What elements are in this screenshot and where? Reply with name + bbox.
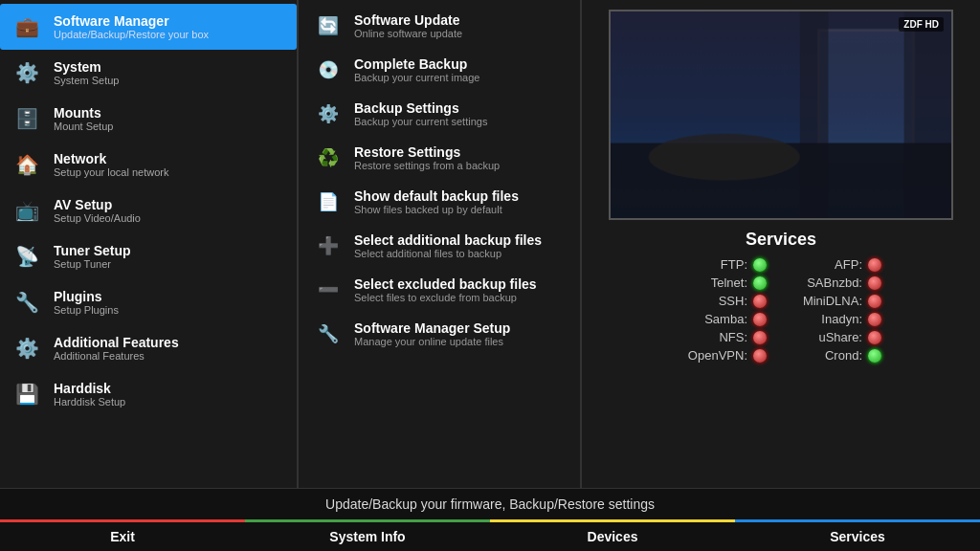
sidebar-subtitle-network: Setup your local network xyxy=(54,166,168,178)
service-label: MiniDLNA: xyxy=(795,294,862,308)
services-col-right: AFP: SABnzbd: MiniDLNA: Inadyn: uShare: … xyxy=(795,257,881,363)
menu-icon-software-manager-setup: 🔧 xyxy=(312,318,345,350)
service-dot-red xyxy=(868,276,881,290)
menu-subtitle-software-update: Online software update xyxy=(354,28,462,39)
video-thumbnail: ZDF HD xyxy=(609,10,953,220)
menu-text-select-additional-backup: Select additional backup files Select ad… xyxy=(354,232,542,259)
menu-text-software-update: Software Update Online software update xyxy=(354,12,462,39)
sidebar-item-software-manager[interactable]: 💼 Software Manager Update/Backup/Restore… xyxy=(0,4,297,50)
sidebar-item-system[interactable]: ⚙️ System System Setup xyxy=(0,50,297,96)
service-label: FTP: xyxy=(680,257,747,272)
sidebar-subtitle-system: System Setup xyxy=(54,75,119,86)
sidebar-text-additional-features: Additional Features Additional Features xyxy=(54,335,179,362)
sidebar-item-network[interactable]: 🏠 Network Setup your local network xyxy=(0,142,297,187)
service-label: Crond: xyxy=(795,348,862,363)
menu-item-software-manager-setup[interactable]: 🔧 Software Manager Setup Manage your onl… xyxy=(304,312,572,356)
sidebar-item-av-setup[interactable]: 📺 AV Setup Setup Video/Audio xyxy=(0,187,297,233)
sidebar-text-mounts: Mounts Mount Setup xyxy=(54,105,113,132)
service-label: Telnet: xyxy=(680,276,747,290)
bottom-btn-devices[interactable]: Devices xyxy=(490,519,735,551)
bottom-bar: Update/Backup your firmware, Backup/Rest… xyxy=(0,488,980,551)
sidebar-item-additional-features[interactable]: ⚙️ Additional Features Additional Featur… xyxy=(0,325,297,371)
sidebar-text-software-manager: Software Manager Update/Backup/Restore y… xyxy=(54,13,209,40)
sidebar-subtitle-additional-features: Additional Features xyxy=(54,350,179,362)
service-dot-red xyxy=(753,313,767,326)
service-row-afp: AFP: xyxy=(795,257,881,272)
menu-item-select-additional-backup[interactable]: ➕ Select additional backup files Select … xyxy=(304,224,572,268)
service-label: Inadyn: xyxy=(795,312,862,326)
services-grid: FTP: Telnet: SSH: Samba: NFS: OpenVPN: A… xyxy=(582,257,980,363)
sidebar-subtitle-av-setup: Setup Video/Audio xyxy=(54,212,141,224)
service-dot-red xyxy=(868,313,881,326)
service-dot-green xyxy=(753,276,767,290)
service-row-telnet: Telnet: xyxy=(680,276,767,290)
menu-title-select-additional-backup: Select additional backup files xyxy=(354,232,542,248)
menu-title-software-update: Software Update xyxy=(354,12,462,28)
service-label: NFS: xyxy=(680,330,747,344)
menu-item-software-update[interactable]: 🔄 Software Update Online software update xyxy=(304,4,572,48)
menu-text-complete-backup: Complete Backup Backup your current imag… xyxy=(354,56,479,83)
bottom-btn-system-info[interactable]: System Info xyxy=(245,519,490,551)
bottom-btn-services[interactable]: Services xyxy=(735,519,980,551)
menu-title-restore-settings: Restore Settings xyxy=(354,144,500,160)
sidebar-text-tuner-setup: Tuner Setup Setup Tuner xyxy=(54,243,131,270)
menu-text-select-excluded-backup: Select excluded backup files Select file… xyxy=(354,276,537,303)
sidebar-item-mounts[interactable]: 🗄️ Mounts Mount Setup xyxy=(0,96,297,142)
services-section: Services FTP: Telnet: SSH: Samba: NFS: O… xyxy=(582,230,980,363)
divider-left xyxy=(297,0,299,488)
menu-item-show-default-backup[interactable]: 📄 Show default backup files Show files b… xyxy=(304,180,572,224)
services-title: Services xyxy=(582,230,980,250)
menu-icon-backup-settings: ⚙️ xyxy=(312,98,345,130)
service-row-sabnzbd: SABnzbd: xyxy=(795,276,881,290)
menu-item-restore-settings[interactable]: ♻️ Restore Settings Restore settings fro… xyxy=(304,136,572,180)
sidebar-title-plugins: Plugins xyxy=(54,289,119,304)
center-menu: 🔄 Software Update Online software update… xyxy=(304,0,572,488)
sidebar-icon-mounts: 🗄️ xyxy=(10,101,44,136)
service-dot-red xyxy=(868,258,881,272)
sidebar-text-harddisk: Harddisk Harddisk Setup xyxy=(54,381,125,408)
menu-text-show-default-backup: Show default backup files Show files bac… xyxy=(354,188,519,215)
service-row-minidlna: MiniDLNA: xyxy=(795,294,881,308)
service-row-crond: Crond: xyxy=(795,348,881,363)
menu-subtitle-show-default-backup: Show files backed up by default xyxy=(354,204,519,215)
sidebar-item-tuner-setup[interactable]: 📡 Tuner Setup Setup Tuner xyxy=(0,233,297,279)
menu-title-software-manager-setup: Software Manager Setup xyxy=(354,320,510,336)
menu-title-select-excluded-backup: Select excluded backup files xyxy=(354,276,537,292)
service-row-openvpn: OpenVPN: xyxy=(680,348,767,363)
menu-text-backup-settings: Backup Settings Backup your current sett… xyxy=(354,100,487,127)
service-label: Samba: xyxy=(680,312,747,326)
menu-title-backup-settings: Backup Settings xyxy=(354,100,487,116)
menu-item-select-excluded-backup[interactable]: ➖ Select excluded backup files Select fi… xyxy=(304,268,572,312)
menu-item-complete-backup[interactable]: 💿 Complete Backup Backup your current im… xyxy=(304,48,572,92)
service-label: SABnzbd: xyxy=(795,276,862,290)
service-label: uShare: xyxy=(795,330,862,344)
sidebar-item-harddisk[interactable]: 💾 Harddisk Harddisk Setup xyxy=(0,371,297,417)
service-dot-red xyxy=(868,295,881,308)
service-dot-red xyxy=(753,349,767,363)
sidebar-title-network: Network xyxy=(54,151,168,166)
service-dot-red xyxy=(753,331,767,344)
sidebar-text-network: Network Setup your local network xyxy=(54,151,168,178)
sidebar-icon-system: ⚙️ xyxy=(10,55,44,90)
service-label: SSH: xyxy=(680,294,747,308)
sidebar-icon-tuner-setup: 📡 xyxy=(10,239,44,274)
service-label: AFP: xyxy=(795,257,862,272)
sidebar-title-tuner-setup: Tuner Setup xyxy=(54,243,131,258)
menu-icon-select-additional-backup: ➕ xyxy=(312,230,345,262)
sidebar-item-plugins[interactable]: 🔧 Plugins Setup Plugins xyxy=(0,279,297,325)
menu-icon-show-default-backup: 📄 xyxy=(312,186,345,218)
service-dot-red xyxy=(753,295,767,308)
bottom-btn-exit[interactable]: Exit xyxy=(0,519,245,551)
sidebar-title-additional-features: Additional Features xyxy=(54,335,179,350)
menu-item-backup-settings[interactable]: ⚙️ Backup Settings Backup your current s… xyxy=(304,92,572,136)
service-dot-red xyxy=(868,331,881,344)
menu-icon-select-excluded-backup: ➖ xyxy=(312,274,345,306)
sidebar-subtitle-software-manager: Update/Backup/Restore your box xyxy=(54,29,209,40)
sidebar-icon-additional-features: ⚙️ xyxy=(10,331,44,365)
service-label: OpenVPN: xyxy=(680,348,747,363)
service-row-ushare: uShare: xyxy=(795,330,881,344)
service-row-inadyn: Inadyn: xyxy=(795,312,881,326)
menu-text-restore-settings: Restore Settings Restore settings from a… xyxy=(354,144,500,171)
service-dot-green xyxy=(753,258,767,272)
menu-icon-complete-backup: 💿 xyxy=(312,54,345,86)
